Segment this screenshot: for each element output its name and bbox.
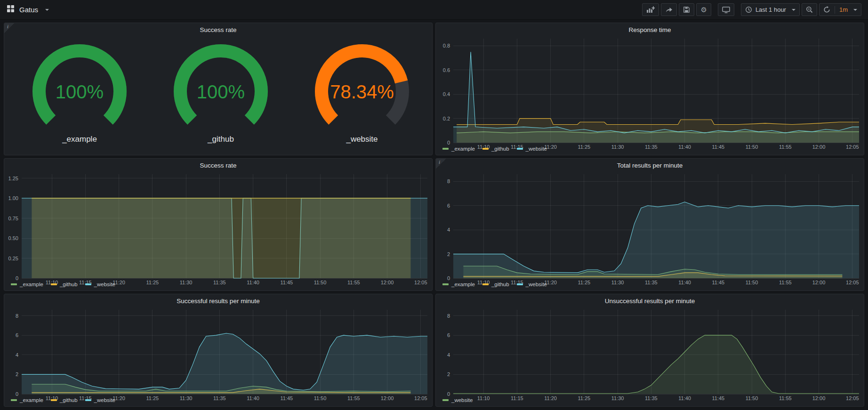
legend-item-_website[interactable]: _website <box>85 281 115 287</box>
svg-text:0.4: 0.4 <box>443 91 450 97</box>
time-range-picker[interactable]: Last 1 hour <box>741 3 800 16</box>
dashboard-caret-icon[interactable] <box>45 9 49 13</box>
successful-results-chart[interactable]: 0246811:1011:1511:2011:2511:3011:3511:40… <box>4 306 432 397</box>
gauge-value: 78.34% <box>330 81 394 102</box>
chart-canvas[interactable]: 00.250.500.751.001.2511:1011:1511:2011:2… <box>4 170 432 287</box>
add-panel-button[interactable] <box>642 3 659 16</box>
unsuccessful-results-chart[interactable]: 0246811:1011:1511:2011:2511:3011:3511:40… <box>436 306 864 397</box>
legend-color-key <box>517 148 523 150</box>
panel-unsuccessful-results: Unsuccessful results per minute 0246811:… <box>435 294 864 407</box>
chart-legend: _example_github_website <box>436 145 864 155</box>
svg-text:6: 6 <box>447 332 450 338</box>
legend-item-_example[interactable]: _example <box>11 397 43 403</box>
panel-successful-results: Successful results per minute 0246811:10… <box>4 294 433 407</box>
legend-item-_example[interactable]: _example <box>442 281 475 287</box>
refresh-icon <box>823 6 830 13</box>
legend-item-_github[interactable]: _github <box>51 281 78 287</box>
svg-text:2: 2 <box>447 251 450 257</box>
total-results-chart[interactable]: 0246811:1011:1511:2011:2511:3011:3511:40… <box>436 170 864 281</box>
svg-text:0.8: 0.8 <box>443 43 450 48</box>
legend-item-_website[interactable]: _website <box>85 397 115 403</box>
panel-title[interactable]: Success rate <box>4 23 432 35</box>
chart-canvas[interactable]: 0246811:1011:1511:2011:2511:3011:3511:40… <box>4 306 432 402</box>
legend-color-key <box>85 283 91 285</box>
success-rate-chart[interactable]: 00.250.500.751.001.2511:1011:1511:2011:2… <box>4 170 432 281</box>
save-button[interactable] <box>679 3 694 16</box>
legend-color-key <box>11 399 17 401</box>
legend-color-key <box>442 399 449 401</box>
gauge-label: _example <box>62 135 97 144</box>
refresh-caret-icon <box>853 9 857 13</box>
legend-item-_github[interactable]: _github <box>51 397 78 403</box>
svg-text:0.6: 0.6 <box>443 67 450 73</box>
svg-text:0: 0 <box>447 275 450 281</box>
svg-text:6: 6 <box>16 332 18 338</box>
settings-button[interactable]: ⚙ <box>696 3 711 16</box>
chart-canvas[interactable]: 0246811:1011:1511:2011:2511:3011:3511:40… <box>436 170 864 287</box>
gauge-_github: 100%_github <box>150 43 291 144</box>
legend-item-_example[interactable]: _example <box>11 281 43 287</box>
gauge-label: _github <box>208 135 234 144</box>
response-time-chart[interactable]: 00.20.40.60.811:1011:1511:2011:2511:3011… <box>436 35 864 145</box>
dashboard-title[interactable]: Gatus <box>19 6 38 14</box>
svg-text:1.00: 1.00 <box>8 195 18 201</box>
panel-response-time: Response time 00.20.40.60.811:1011:1511:… <box>435 23 864 155</box>
svg-text:8: 8 <box>447 178 450 184</box>
svg-text:4: 4 <box>447 352 450 358</box>
chart-canvas[interactable]: 00.20.40.60.811:1011:1511:2011:2511:3011… <box>436 35 864 151</box>
svg-text:0: 0 <box>447 140 450 145</box>
legend-item-_website[interactable]: _website <box>442 397 473 403</box>
gauge-value: 100% <box>56 81 104 102</box>
refresh-picker[interactable]: 1m <box>819 3 861 16</box>
share-button[interactable] <box>661 3 677 16</box>
svg-text:4: 4 <box>16 352 18 358</box>
legend-item-_website[interactable]: _website <box>517 281 547 287</box>
panel-title[interactable]: Total results per minute <box>436 159 864 170</box>
svg-text:0: 0 <box>447 391 450 397</box>
refresh-interval-label[interactable]: 1m <box>839 6 848 13</box>
panel-title[interactable]: Response time <box>436 23 864 35</box>
panel-title[interactable]: Unsuccessful results per minute <box>436 294 864 306</box>
svg-text:0.2: 0.2 <box>443 116 450 121</box>
legend-item-_example[interactable]: _example <box>442 146 475 152</box>
panel-total-results: i Total results per minute 0246811:1011:… <box>435 158 864 291</box>
cycle-view-mode-button[interactable] <box>718 3 734 16</box>
time-range-caret-icon <box>792 9 796 13</box>
zoom-out-button[interactable] <box>802 3 817 16</box>
add-panel-icon <box>646 6 655 13</box>
refresh-divider <box>835 6 835 14</box>
panel-info-icon[interactable]: i <box>436 159 446 169</box>
gauge-value: 100% <box>197 81 245 102</box>
clock-icon <box>745 6 752 13</box>
legend-color-key <box>482 148 489 150</box>
legend-color-key <box>85 399 91 401</box>
panel-title[interactable]: Successful results per minute <box>4 294 432 306</box>
save-icon <box>683 6 690 13</box>
panel-success-rate-timeseries: Success rate 00.250.500.751.001.2511:101… <box>4 158 433 291</box>
panel-title[interactable]: Success rate <box>4 159 432 170</box>
legend-color-key <box>51 399 57 401</box>
svg-text:4: 4 <box>447 227 450 233</box>
legend-color-key <box>442 283 449 285</box>
svg-text:8: 8 <box>16 313 18 319</box>
legend-item-_github[interactable]: _github <box>482 146 509 152</box>
svg-text:0.75: 0.75 <box>8 216 18 221</box>
chart-canvas[interactable]: 0246811:1011:1511:2011:2511:3011:3511:40… <box>436 306 864 402</box>
legend-item-_github[interactable]: _github <box>482 281 509 287</box>
gauge-canvas: 100% <box>9 43 150 134</box>
zoom-out-icon <box>806 6 813 13</box>
panel-info-icon[interactable]: i <box>4 23 15 33</box>
svg-text:2: 2 <box>16 371 18 377</box>
dashboards-grid-icon[interactable] <box>7 5 15 15</box>
legend-color-key <box>517 283 523 285</box>
chart-legend: _example_github_website <box>4 397 432 406</box>
legend-item-_website[interactable]: _website <box>517 146 547 152</box>
gauge-label: _website <box>346 135 378 144</box>
svg-text:8: 8 <box>447 313 450 319</box>
panel-success-rate-gauges: i Success rate 100%_example100%_github78… <box>4 23 433 155</box>
gear-icon: ⚙ <box>700 6 707 13</box>
gauge-canvas: 78.34% <box>291 43 433 134</box>
monitor-icon <box>722 6 730 14</box>
navbar-right: ⚙ Last 1 hour <box>642 3 861 16</box>
legend-color-key <box>482 283 489 285</box>
